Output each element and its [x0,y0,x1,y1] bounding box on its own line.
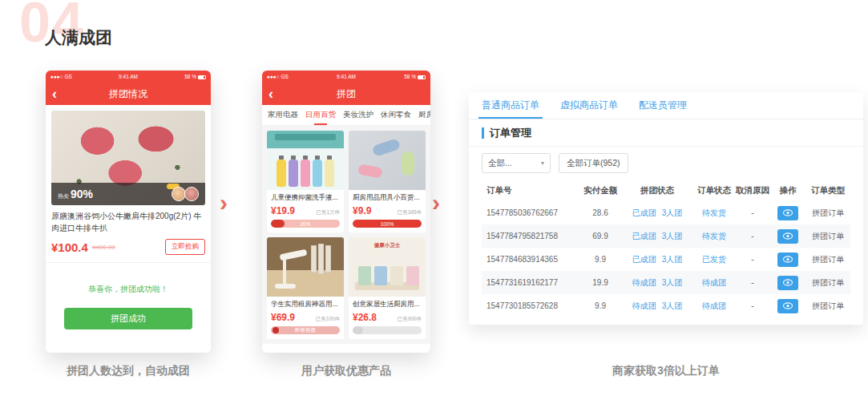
hot-sale-label: 热卖 [58,193,69,199]
view-order-button[interactable] [777,276,798,290]
caption-step1: 拼团人数达到，自动成团 [46,364,211,378]
product-price: ¥26.8 [353,312,377,323]
product-price: ¥100.4 [51,240,88,254]
eye-icon [783,302,793,309]
chevron-down-icon: ▾ [541,160,544,167]
sold-count: 已售1万件 [316,209,340,216]
product-price: ¥19.9 [271,205,295,216]
table-row: 1547730185572628 9.9 待成团 3人团 待成团 - 拼团订单 [482,294,850,317]
nav-bar: ‹ 拼团情况 [46,83,211,105]
signal-carrier-text: ●●●○ GS [50,74,72,79]
tab-daily-goods[interactable]: 日用百货 [305,110,336,120]
group-size-link[interactable]: 3人团 [662,231,683,242]
sales-overlay: 热卖90% [51,183,205,205]
buy-now-button[interactable]: 立即抢购 [165,239,205,255]
order-no: 1547785036762667 [482,208,579,217]
back-icon[interactable]: ‹ [52,83,57,104]
avatar [184,187,199,201]
order-type: 拼团订单 [805,254,850,265]
merchant-order-panel: 普通商品订单 虚拟商品订单 配送员管理 订单管理 全部... ▾ 全部订单(95… [469,92,863,325]
order-type: 拼团订单 [805,231,850,242]
back-icon[interactable]: ‹ [268,83,273,104]
product-grid: 儿童便携抑菌洗手液... ¥19.9 已售1万件 20% 厨房用品用具小百货..… [262,126,430,344]
product-old-price: ¥400.00 [92,244,115,251]
tab-normal-orders[interactable]: 普通商品订单 [482,92,539,119]
progress-bar [353,326,422,334]
group-status: 待成团 [632,277,656,289]
table-row: 1547784795821758 69.9 已成团 3人团 待发货 - 拼团订单 [482,224,850,248]
group-member-avatars [167,186,199,202]
table-row: 1547784683914365 9.9 已成团 3人团 已发货 - 拼团订单 [482,248,850,271]
order-type: 拼团订单 [805,208,850,219]
tab-kitchen-clean[interactable]: 厨房清洁 [418,110,430,120]
progress-label: 即将售罄 [295,327,316,334]
phone-group-list-screen: ●●●○ GS 9:41 AM 58 % ‹ 拼团 家用电器 日用百货 美妆洗护… [262,71,430,353]
caption-step3: 商家获取3倍以上订单 [469,364,863,378]
order-status: 待发货 [693,208,735,219]
nav-bar: ‹ 拼团 [262,83,430,105]
progress-dot [273,327,279,333]
progress-bar: 20% [271,220,340,228]
battery-text: 58 % [184,74,206,79]
sold-count: 已售100件 [316,316,340,323]
tab-home-appliances[interactable]: 家用电器 [268,110,298,120]
group-size-link[interactable]: 3人团 [662,254,683,265]
group-success-button[interactable]: 拼团成功 [64,308,192,329]
group-size-link[interactable]: 3人团 [662,208,683,219]
product-photo-desk-lamp [267,237,344,297]
tab-snacks[interactable]: 休闲零食 [381,110,411,120]
group-status: 已成团 [632,231,656,242]
paid-amount: 69.9 [579,232,621,240]
eye-icon [783,209,793,216]
tab-beauty-care[interactable]: 美妆洗护 [343,110,373,120]
view-order-button[interactable] [777,229,798,244]
group-size-link[interactable]: 3人团 [662,277,683,289]
progress-label: 100% [381,221,394,227]
product-price: ¥69.9 [271,312,295,323]
all-orders-count-button[interactable]: 全部订单(952) [559,153,628,173]
progress-bar: 即将售罄 [271,326,340,334]
product-photo-steak: 热卖90% [51,111,205,205]
clock-text: 9:41 AM [337,74,356,79]
status-bar: ●●●○ GS 9:41 AM 58 % [46,71,211,83]
order-filter-select[interactable]: 全部... ▾ [482,153,551,173]
paid-amount: 28.6 [579,208,621,217]
paid-amount: 9.9 [579,301,621,310]
flow-arrow-icon: › [432,191,440,215]
group-status: 已成团 [632,254,656,265]
paid-amount: 9.9 [579,255,621,264]
eye-icon [783,279,793,286]
order-type: 拼团订单 [805,301,850,312]
product-title: 创意家居生活厨房用... [353,300,422,309]
view-order-button[interactable] [777,299,798,313]
order-no: 1547730185572628 [482,301,579,310]
col-actions: 操作 [770,185,805,196]
product-card[interactable]: 儿童便携抑菌洗手液... ¥19.9 已售1万件 20% [267,131,344,232]
phone-group-status-screen: ●●●○ GS 9:41 AM 58 % ‹ 拼团情况 热卖90% 原膳澳洲谷饲… [46,71,211,353]
product-card[interactable]: 学生实用租房神器用... ¥69.9 已售100件 即将售罄 [267,237,344,339]
product-price: ¥9.9 [353,205,371,216]
product-card[interactable]: 厨房用品用具小百货... ¥9.9 已售345件 100% [349,131,426,232]
photo-caption: 健康小卫士 [349,242,426,249]
tab-courier-management[interactable]: 配送员管理 [639,92,687,119]
product-photo-lint-rollers [349,131,426,190]
table-row: 1547785036762667 28.6 已成团 3人团 待发货 - 拼团订单 [482,201,850,224]
order-status: 待成团 [693,301,735,312]
select-value: 全部... [488,158,512,169]
product-photo-handwash [267,131,344,190]
nav-title: 拼团情况 [109,87,147,101]
product-photo-storage-boxes: 健康小卫士 [349,237,426,297]
group-status: 待成团 [632,301,656,312]
view-order-button[interactable] [777,253,798,267]
group-size-link[interactable]: 3人团 [662,301,683,312]
col-order-no: 订单号 [482,185,579,196]
tab-virtual-orders[interactable]: 虚拟商品订单 [560,92,618,119]
order-no: 1547784683914365 [482,255,579,264]
product-card[interactable]: 健康小卫士 创意家居生活厨房用... ¥26.8 已售900件 [349,237,426,339]
status-bar: ●●●○ GS 9:41 AM 58 % [262,71,430,83]
view-order-button[interactable] [777,206,798,220]
col-cancel-reason: 取消原因 [735,185,770,196]
progress-label: 20% [300,221,310,227]
caption-step2: 用户获取优惠产品 [262,364,430,378]
flow-arrow-icon: › [220,191,228,215]
